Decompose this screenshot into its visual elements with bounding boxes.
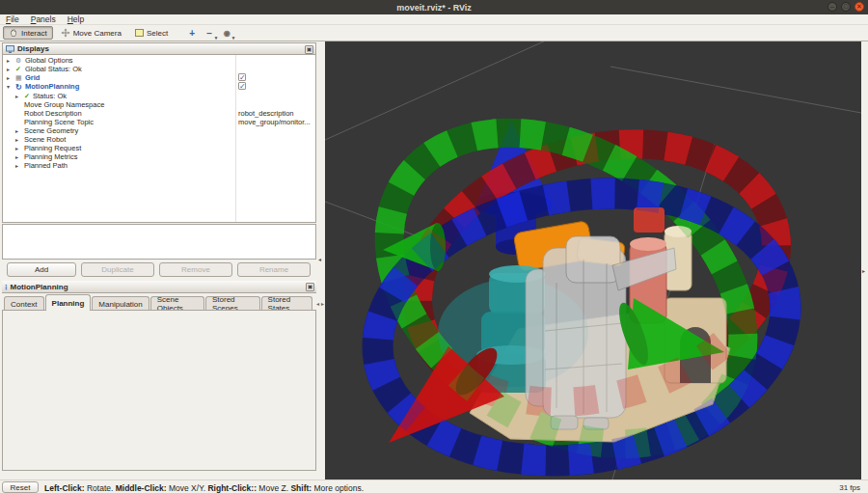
rviz-window: moveit.rviz* - RViz – □ ✕ File Panels He… xyxy=(0,0,868,493)
gear-icon: ⚙ xyxy=(15,57,21,65)
caret-right-icon[interactable]: ▸ xyxy=(15,153,18,160)
splitter-collapse-icon[interactable]: ◂ xyxy=(318,256,321,262)
help-text: More options. xyxy=(312,483,364,493)
help-key: Shift: xyxy=(290,483,312,493)
motionplanning-panel-title: MotionPlanning xyxy=(11,283,68,291)
tree-item-scene-robot[interactable]: ▸ Scene Robot xyxy=(3,135,234,144)
menu-bar: File Panels Help xyxy=(0,14,868,25)
maximize-button[interactable]: □ xyxy=(841,2,851,12)
splitter-expand-icon[interactable]: ▸ xyxy=(862,267,865,274)
3d-viewport[interactable] xyxy=(325,41,861,479)
tab-stored-scenes[interactable]: Stored Scenes xyxy=(205,296,260,311)
close-button[interactable]: ✕ xyxy=(854,2,864,12)
reset-button[interactable]: Reset xyxy=(2,481,39,493)
grid-enabled-checkbox[interactable] xyxy=(238,73,246,81)
grid-icon: ▦ xyxy=(15,74,22,82)
tab-context[interactable]: Context xyxy=(4,296,44,311)
caret-right-icon[interactable]: ▸ xyxy=(15,162,18,169)
help-key: Right-Click:: xyxy=(207,483,257,493)
caret-down-icon[interactable]: ▾ xyxy=(7,83,10,90)
tab-manipulation[interactable]: Manipulation xyxy=(92,296,149,311)
tree-item-label: Global Options xyxy=(25,56,73,65)
tree-item-label: Planning Request xyxy=(24,144,81,152)
tree-item-label: Planning Scene Topic xyxy=(24,118,94,126)
move-camera-tool-label: Move Camera xyxy=(73,29,122,38)
hand-icon xyxy=(9,28,18,38)
left-panel-column: Displays ▣ ▸ ⚙ Global Options ▸ ✓ Global… xyxy=(0,41,325,479)
displays-panel-header[interactable]: Displays ▣ xyxy=(3,43,315,55)
tree-item-global-status[interactable]: ▸ ✓ Global Status: Ok xyxy=(3,65,234,73)
displays-tree: ▸ ⚙ Global Options ▸ ✓ Global Status: Ok… xyxy=(3,55,315,222)
tab-scroll-buttons: ◂ ▸ xyxy=(315,298,325,311)
tree-item-status-ok[interactable]: ▸ ✓ Status: Ok xyxy=(3,92,234,100)
remove-button[interactable]: Remove xyxy=(159,262,232,277)
status-bar: Reset Left-Click: Rotate. Middle-Click: … xyxy=(0,479,868,493)
menu-panels[interactable]: Panels xyxy=(31,14,56,24)
tree-item-move-group-namespace[interactable]: Move Group Namespace xyxy=(3,100,234,109)
caret-right-icon[interactable]: ▸ xyxy=(15,127,18,134)
duplicate-button[interactable]: Duplicate xyxy=(81,262,154,277)
tab-scene-objects[interactable]: Scene Objects xyxy=(150,296,204,311)
add-button[interactable]: Add xyxy=(7,262,76,277)
fps-counter: 31 fps xyxy=(839,483,860,492)
help-text: Move Z. xyxy=(257,483,290,493)
remove-display-icon[interactable]: −▾ xyxy=(203,26,216,40)
help-text: Move X/Y. xyxy=(167,483,208,493)
title-bar[interactable]: moveit.rviz* - RViz – □ ✕ xyxy=(0,0,868,14)
select-box-icon xyxy=(135,29,144,37)
help-key: Left-Click: xyxy=(44,483,85,493)
planning-tab-content xyxy=(2,310,316,471)
minimize-button[interactable]: – xyxy=(827,2,837,12)
check-ok-icon: ✓ xyxy=(15,66,21,73)
tree-item-planning-metrics[interactable]: ▸ Planning Metrics xyxy=(3,152,234,161)
tree-item-planning-request[interactable]: ▸ Planning Request xyxy=(3,144,234,152)
add-display-icon[interactable]: + xyxy=(185,26,199,40)
tree-item-label: Global Status: Ok xyxy=(25,65,82,73)
select-tool-button[interactable]: Select xyxy=(129,26,174,40)
window-title: moveit.rviz* - RViz xyxy=(396,3,472,13)
tree-item-label: Scene Robot xyxy=(24,135,66,144)
motionplanning-tabbar: Context Planning Manipulation Scene Obje… xyxy=(4,294,325,311)
workspace: Displays ▣ ▸ ⚙ Global Options ▸ ✓ Global… xyxy=(0,41,868,479)
robot-description-value[interactable]: robot_description xyxy=(238,109,294,118)
interact-tool-label: Interact xyxy=(21,29,47,38)
displays-panel-title: Displays xyxy=(17,44,49,53)
tree-item-label: Planned Path xyxy=(24,161,68,170)
tool-bar: Interact Move Camera Select + −▾ ◉▾ xyxy=(0,25,868,41)
menu-file[interactable]: File xyxy=(6,14,19,24)
planning-scene-topic-value[interactable]: move_group/monitor... xyxy=(238,118,311,126)
tree-item-global-options[interactable]: ▸ ⚙ Global Options xyxy=(3,56,234,65)
tree-item-planning-scene-topic[interactable]: Planning Scene Topic xyxy=(3,118,234,126)
caret-right-icon[interactable]: ▸ xyxy=(7,66,10,72)
select-tool-label: Select xyxy=(147,29,168,38)
window-controls: – □ ✕ xyxy=(827,2,864,12)
close-icon[interactable]: ▣ xyxy=(306,283,314,291)
help-text: Rotate. xyxy=(85,483,116,493)
motionplanning-panel-header[interactable]: ⁝ MotionPlanning ▣ xyxy=(2,281,316,293)
caret-right-icon[interactable]: ▸ xyxy=(15,136,18,143)
tree-item-scene-geometry[interactable]: ▸ Scene Geometry xyxy=(3,126,234,135)
caret-right-icon[interactable]: ▸ xyxy=(7,74,10,81)
tree-item-grid[interactable]: ▸ ▦ Grid xyxy=(3,73,234,82)
tree-item-robot-description[interactable]: Robot Description xyxy=(3,109,234,118)
caret-right-icon[interactable]: ▸ xyxy=(15,93,18,99)
motionplanning-enabled-checkbox[interactable] xyxy=(238,82,246,90)
caret-right-icon[interactable]: ▸ xyxy=(15,145,18,151)
interact-tool-button[interactable]: Interact xyxy=(3,26,53,40)
tree-item-planned-path[interactable]: ▸ Planned Path xyxy=(3,161,234,170)
tab-planning[interactable]: Planning xyxy=(45,294,92,311)
ros-icon: ⁝ xyxy=(5,283,8,291)
tree-item-label: Grid xyxy=(25,73,40,82)
help-key: Middle-Click: xyxy=(116,483,167,493)
tab-stored-states[interactable]: Stored States xyxy=(261,296,312,311)
move-camera-tool-button[interactable]: Move Camera xyxy=(55,26,127,40)
close-icon[interactable]: ▣ xyxy=(305,45,313,54)
mouse-help-text: Left-Click: Rotate. Middle-Click: Move X… xyxy=(44,483,364,493)
menu-help[interactable]: Help xyxy=(68,14,84,24)
tree-item-motionplanning[interactable]: ▾ ↻ MotionPlanning xyxy=(3,82,234,91)
caret-right-icon[interactable]: ▸ xyxy=(7,57,10,64)
rename-button[interactable]: Rename xyxy=(237,262,311,277)
tree-column-divider[interactable] xyxy=(235,55,236,222)
right-splitter-strip[interactable]: ▸ xyxy=(861,41,868,479)
focus-camera-icon[interactable]: ◉▾ xyxy=(220,26,233,40)
